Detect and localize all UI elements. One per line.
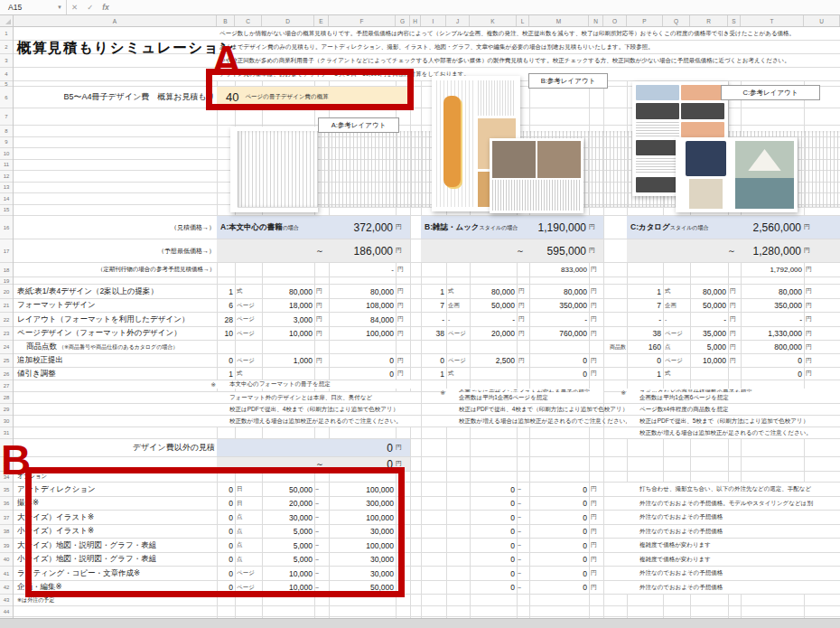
tilde-label[interactable]: ~ [314,567,329,580]
option-note-r36[interactable]: 外注なのでおおよその予想価格。モデルやスタイリングなどは別 [627,497,840,510]
item-r22-b-yen1[interactable]: 円 [517,313,529,326]
item-r25-a-amount[interactable]: 0 [329,354,396,367]
item-r22-a-yen1[interactable]: 円 [314,313,329,326]
option-r39-price-max[interactable]: 100,000 [329,539,396,552]
item-r20-b-qty[interactable]: 1 [421,285,446,298]
item-r25-a-price[interactable]: 1,000 [262,354,314,367]
row-header-2[interactable]: 2 [0,41,13,54]
item-r21-b-price[interactable]: 50,000 [470,299,517,312]
top-note-4[interactable]: デザイン費の基準は、おおよそデザイナー１人１日＝50,000円を目標に計算をして… [217,68,840,80]
item-r22-c-amount[interactable]: - [741,313,804,326]
tilde-label[interactable]: ~ [517,553,529,566]
item-r20-c-price[interactable]: 80,000 [690,285,728,298]
item-r26-b-unit[interactable]: 式 [446,368,470,380]
row-header-3[interactable]: 3 [0,54,13,68]
option-r37-price-max[interactable]: 100,000 [329,511,396,524]
item-r25-b-qty[interactable]: 0 [421,354,446,367]
row-header-12[interactable]: 12 [0,171,13,183]
option-r37-mid-min[interactable]: 0 [470,511,517,524]
column-header-A[interactable]: A [14,15,217,26]
item-r21-b-yen2[interactable]: 円 [589,299,603,312]
option-note-r37[interactable]: 外注なのでおおよその予想価格 [627,511,840,524]
item-r20-a-yen2[interactable]: 円 [396,285,410,298]
option-r40-mid-min[interactable]: 0 [470,553,517,566]
item-r23-c-yen2[interactable]: 円 [804,327,840,340]
row-header-36[interactable]: 36 [0,497,13,511]
item-r26-c-yen2[interactable]: 円 [804,368,840,380]
select-all-corner[interactable] [0,15,14,26]
min-band-c[interactable]: ～1,280,000円 [627,239,840,262]
row-header-7[interactable]: 7 [0,108,13,126]
accept-icon[interactable]: ✓ [87,3,93,12]
item-r26-b-amount[interactable]: 0 [529,368,589,380]
row-header-22[interactable]: 22 [0,313,13,327]
row-header-17[interactable]: 17 [0,239,13,263]
option-r42-qty[interactable]: 0 [217,581,235,594]
option-r39-unit[interactable]: 点 [235,539,262,552]
row-header-18[interactable]: 18 [0,263,13,277]
item-r22-a-amount[interactable]: 84,000 [329,313,396,326]
item-label-r24[interactable]: 商品点数（※商品番号や商品仕様のあるカタログの場合） [14,341,217,353]
note-c-r29[interactable]: ページ数x4件程度の商品数を想定 [627,404,840,415]
option-r35-qty[interactable]: 0 [217,483,235,496]
option-note-r35[interactable]: 打ち合わせ、撮影立ち合い、以下の外注先などの選定、手配など [627,483,840,496]
item-r23-c-yen1[interactable]: 円 [728,327,741,340]
tilde-label[interactable]: ~ [517,567,529,580]
item-r21-b-unit[interactable]: 企画 [446,299,470,312]
item-r21-a-yen2[interactable]: 円 [396,299,410,312]
item-r24-c-unit[interactable]: 点 [663,341,690,353]
column-header-J[interactable]: J [446,15,470,26]
item-r21-a-yen1[interactable]: 円 [314,299,329,312]
item-r21-a-unit[interactable]: ページ [235,299,262,312]
row-header-35[interactable]: 35 [0,483,13,497]
item-r25-a-unit[interactable]: ページ [235,354,262,367]
item-r26-c-yen1[interactable] [728,368,741,380]
item-r26-c-unit[interactable]: 式 [663,368,690,380]
item-label-r21[interactable]: フォーマットデザイン [14,299,217,312]
top-note-1[interactable]: ページ数しか情報がない場合の概算見積もりです。予想最低価格は内容によって（シンプ… [217,27,840,40]
row-header-20[interactable]: 20 [0,285,13,299]
item-r24-c-yen2[interactable]: 円 [804,341,840,353]
estimate-band-c[interactable]: C:カタログスタイルの場合2,560,000円 [627,216,840,239]
row-header-38[interactable]: 38 [0,525,13,539]
option-r40-price-max[interactable]: 30,000 [329,553,396,566]
option-r38-qty[interactable]: 0 [217,525,235,538]
yen-label[interactable]: 円 [589,525,603,538]
option-r39-qty[interactable]: 0 [217,539,235,552]
option-r38-mid-max[interactable]: 0 [529,525,589,538]
option-label-r42[interactable]: 企画・編集※ [14,581,217,594]
option-r39-mid-min[interactable]: 0 [470,539,517,552]
item-r22-a-price[interactable]: 3,000 [262,313,314,326]
option-note-r39[interactable]: 複雑度で価格が変わります [627,539,840,552]
estimate-band-a[interactable]: A:本文中心の書籍の場合372,000円 [217,216,410,239]
estimate-header-label[interactable]: B5〜A4冊子デザイン費 概算お見積もり [14,87,217,108]
item-r22-c-price[interactable]: - [690,313,728,326]
tilde-label[interactable]: ~ [314,553,329,566]
item-r26-a-yen1[interactable] [314,368,329,380]
item-r23-a-yen2[interactable]: 円 [396,327,410,340]
item-label-r23[interactable]: ページデザイン（フォーマット外のデザイン） [14,327,217,340]
item-r24-c-prelabel[interactable]: 商品数 [603,341,627,353]
formula-input[interactable] [114,0,840,14]
item-r23-a-price[interactable]: 10,000 [262,327,314,340]
item-r26-c-qty[interactable]: 1 [627,368,663,380]
column-header-M[interactable]: M [529,15,589,26]
item-r24-c-yen1[interactable]: 円 [728,341,741,353]
option-r38-mid-min[interactable]: 0 [470,525,517,538]
column-header-S[interactable]: S [728,15,741,26]
column-header-N[interactable]: N [589,15,603,26]
other-min-band[interactable]: ～0円 [217,457,410,471]
item-r25-b-yen2[interactable]: 円 [589,354,603,367]
column-header-E[interactable]: E [314,15,329,26]
item-r21-c-price[interactable]: 50,000 [690,299,728,312]
column-header-T[interactable]: T [741,15,804,26]
option-r41-mid-min[interactable]: 0 [470,567,517,580]
item-r20-b-yen1[interactable]: 円 [517,285,529,298]
option-label-r39[interactable]: 大サイズ）地図・説明図・グラフ・表組 [14,539,217,552]
option-r42-unit[interactable]: ページ [235,581,262,594]
item-r23-b-price[interactable]: 20,000 [470,327,517,340]
item-r20-c-yen2[interactable]: 円 [804,285,840,298]
option-r37-mid-max[interactable]: 0 [529,511,589,524]
column-header-U[interactable]: U [804,15,840,26]
item-r22-b-unit[interactable]: - [446,313,470,326]
